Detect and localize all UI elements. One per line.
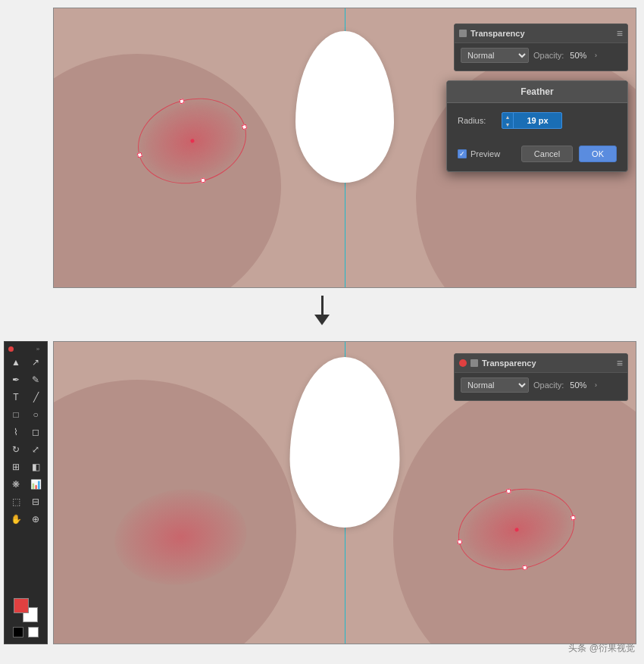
watermark-text: 头条 @衍果视觉 bbox=[568, 643, 635, 653]
bottom-canvas-panel: Transparency ≡ Normal Opacity: 50% › bbox=[53, 341, 636, 644]
swap-colors-icon[interactable] bbox=[28, 627, 39, 637]
opacity-value-top: 50% bbox=[570, 51, 586, 60]
ok-button[interactable]: OK bbox=[579, 146, 617, 162]
default-colors-icon[interactable] bbox=[13, 627, 23, 637]
left-toolbar: » ▲ ↗ ✒ ✎ T ╱ □ ○ ⌇ ◻ ↻ ⤢ ⊞ ◧ ❋ 📊 ⬚ ⊟ ✋ … bbox=[4, 341, 48, 644]
pencil-tool-btn[interactable]: ✎ bbox=[27, 371, 45, 388]
handle-top-br bbox=[505, 489, 511, 494]
transparency-panel-header: Transparency ≡ bbox=[455, 24, 627, 43]
transparency-panel-top: Transparency ≡ Normal Opacity: 50% › bbox=[454, 23, 628, 71]
preview-checkbox[interactable] bbox=[458, 149, 467, 158]
radius-spinner[interactable]: ▲ ▼ bbox=[502, 113, 514, 128]
blend-opacity-row-bottom: Normal Opacity: 50% › bbox=[461, 377, 621, 393]
radius-label: Radius: bbox=[458, 116, 496, 125]
transparency-title: Transparency bbox=[470, 29, 525, 38]
feather-dialog-body: Radius: ▲ ▼ 19 px bbox=[447, 103, 627, 146]
feather-dialog-header: Feather bbox=[447, 81, 627, 103]
watermark: 头条 @衍果视觉 bbox=[568, 642, 635, 655]
eraser-tool-btn[interactable]: ◻ bbox=[27, 424, 45, 440]
toolbar-top-row: » bbox=[6, 345, 45, 353]
zoom-tool-btn[interactable]: ⊕ bbox=[27, 511, 45, 528]
cancel-button[interactable]: Cancel bbox=[521, 146, 573, 162]
panel-header-left: Transparency bbox=[459, 29, 525, 38]
direct-select-btn[interactable]: ↗ bbox=[27, 354, 45, 371]
radius-input-wrap[interactable]: ▲ ▼ 19 px bbox=[502, 112, 562, 129]
brush-tool-btn[interactable]: ⌇ bbox=[7, 424, 25, 440]
scale-tool-btn[interactable]: ⤢ bbox=[27, 441, 45, 458]
center-dot-bottom bbox=[514, 528, 519, 532]
gradient-tool-btn[interactable]: ◧ bbox=[27, 459, 45, 475]
tool-row-4: □ ○ bbox=[6, 406, 45, 423]
rotate-tool-btn[interactable]: ↻ bbox=[7, 441, 25, 458]
handle-left bbox=[137, 152, 142, 158]
tool-row-1: ▲ ↗ bbox=[6, 354, 45, 371]
arrow-shaft bbox=[321, 296, 324, 315]
radius-row: Radius: ▲ ▼ 19 px bbox=[458, 112, 617, 129]
fg-bg-stack[interactable] bbox=[14, 598, 38, 622]
blend-opacity-row: Normal Opacity: 50% › bbox=[461, 48, 621, 63]
handle-left-br bbox=[457, 539, 462, 544]
toolbar-close-dot[interactable] bbox=[8, 346, 14, 352]
blend-mode-select-top[interactable]: Normal bbox=[461, 48, 529, 63]
opacity-value-bottom: 50% bbox=[570, 381, 586, 390]
mesh-tool-btn[interactable]: ⊞ bbox=[7, 459, 25, 475]
slice-tool-btn[interactable]: ⊟ bbox=[27, 493, 45, 510]
tool-row-5: ⌇ ◻ bbox=[6, 424, 45, 440]
panel-menu-icon[interactable]: ≡ bbox=[617, 27, 623, 39]
handle-top bbox=[179, 99, 184, 104]
pen-tool-btn[interactable]: ✒ bbox=[7, 371, 25, 388]
radius-value: 19 px bbox=[514, 114, 561, 127]
symbol-tool-btn[interactable]: ❋ bbox=[7, 476, 25, 493]
handle-bottom-br bbox=[522, 565, 527, 570]
foreground-color-box[interactable] bbox=[14, 598, 29, 613]
transparency-icon bbox=[459, 30, 467, 37]
tool-row-7: ⊞ ◧ bbox=[6, 459, 45, 475]
transparency-icon-bottom bbox=[470, 359, 478, 367]
preview-checkbox-wrap[interactable]: Preview bbox=[458, 149, 500, 158]
handle-right-br bbox=[571, 515, 576, 520]
toolbar-collapse[interactable]: » bbox=[33, 346, 43, 352]
tool-row-6: ↻ ⤢ bbox=[6, 441, 45, 458]
transparency-close-btn[interactable] bbox=[459, 359, 467, 367]
tool-row-9: ⬚ ⊟ bbox=[6, 493, 45, 510]
transparency-title-bottom: Transparency bbox=[482, 359, 536, 368]
opacity-arrow-bottom[interactable]: › bbox=[591, 381, 600, 390]
panel-menu-icon-bottom[interactable]: ≡ bbox=[617, 357, 623, 369]
rect-tool-btn[interactable]: □ bbox=[7, 406, 25, 423]
ellipse-tool-btn[interactable]: ○ bbox=[27, 406, 45, 423]
column-graph-btn[interactable]: 📊 bbox=[27, 476, 45, 493]
down-arrow bbox=[314, 296, 330, 325]
egg-shape-bottom bbox=[290, 357, 400, 528]
line-tool-btn[interactable]: ╱ bbox=[27, 389, 45, 406]
opacity-label-top: Opacity: bbox=[533, 51, 564, 60]
dialog-btn-group: Cancel OK bbox=[521, 146, 617, 162]
transparency-panel-header-bottom: Transparency ≡ bbox=[455, 354, 627, 373]
preview-label: Preview bbox=[470, 149, 500, 158]
blend-mode-select-bottom[interactable]: Normal bbox=[461, 377, 529, 393]
spinner-down[interactable]: ▼ bbox=[502, 121, 513, 128]
feather-dialog-footer: Preview Cancel OK bbox=[447, 146, 627, 171]
artboard-tool-btn[interactable]: ⬚ bbox=[7, 493, 25, 510]
center-dot-top bbox=[189, 139, 194, 143]
spinner-up[interactable]: ▲ bbox=[502, 113, 513, 121]
tool-row-8: ❋ 📊 bbox=[6, 476, 45, 493]
color-mode-row bbox=[13, 627, 39, 637]
feather-dialog: Feather Radius: ▲ ▼ 19 px Preview Cancel bbox=[446, 80, 628, 172]
egg-shape-top bbox=[295, 31, 394, 183]
transparency-panel-bottom: Transparency ≡ Normal Opacity: 50% › bbox=[454, 353, 628, 401]
arrow-head bbox=[314, 315, 330, 325]
opacity-label-bottom: Opacity: bbox=[533, 381, 564, 390]
select-tool-btn[interactable]: ▲ bbox=[7, 354, 25, 371]
panel-header-left-bottom: Transparency bbox=[459, 359, 536, 368]
transparency-body: Normal Opacity: 50% › bbox=[455, 43, 627, 70]
hand-tool-btn[interactable]: ✋ bbox=[7, 511, 25, 528]
opacity-arrow-top[interactable]: › bbox=[591, 51, 600, 60]
tool-row-2: ✒ ✎ bbox=[6, 371, 45, 388]
tool-row-10: ✋ ⊕ bbox=[6, 511, 45, 528]
tool-row-3: T ╱ bbox=[6, 389, 45, 406]
text-tool-btn[interactable]: T bbox=[7, 389, 25, 406]
transparency-body-bottom: Normal Opacity: 50% › bbox=[455, 373, 627, 400]
top-canvas-panel: Transparency ≡ Normal Opacity: 50% › Fea… bbox=[53, 8, 636, 288]
color-boxes bbox=[6, 595, 45, 641]
